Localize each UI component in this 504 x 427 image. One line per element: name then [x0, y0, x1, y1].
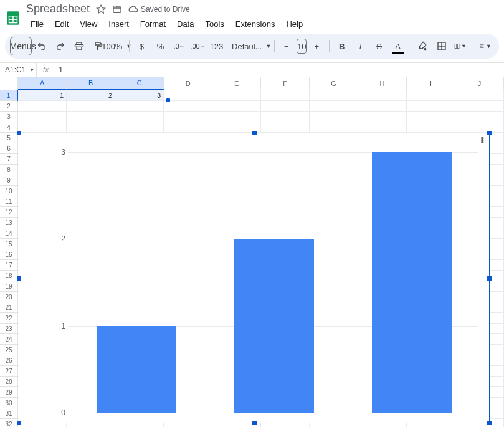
menu-view[interactable]: View [75, 17, 102, 31]
chart-menu-icon[interactable]: ••• [480, 137, 484, 143]
row-header-28[interactable]: 28 [0, 377, 18, 387]
menu-insert[interactable]: Insert [104, 17, 133, 31]
cell-H2[interactable] [358, 101, 407, 112]
menu-file[interactable]: File [26, 17, 48, 31]
cell-D1[interactable] [164, 90, 212, 101]
cell-A2[interactable] [18, 101, 67, 112]
row-header-31[interactable]: 31 [0, 408, 18, 419]
row-header-29[interactable]: 29 [0, 387, 18, 398]
cell-G2[interactable] [310, 101, 358, 112]
cell-C2[interactable] [115, 101, 164, 112]
cell-I1[interactable] [407, 90, 455, 101]
redo-button[interactable] [52, 37, 69, 55]
zoom-select[interactable]: 100%▼ [108, 37, 125, 55]
cell-A4[interactable] [18, 122, 67, 133]
row-header-24[interactable]: 24 [0, 334, 18, 345]
cell-J2[interactable] [455, 101, 504, 112]
move-icon[interactable] [112, 4, 122, 14]
star-icon[interactable] [96, 4, 106, 14]
cell-D2[interactable] [164, 101, 212, 112]
cell-E2[interactable] [212, 101, 261, 112]
cell-C4[interactable] [115, 122, 164, 133]
cell-C3[interactable] [115, 112, 164, 122]
row-header-10[interactable]: 10 [0, 186, 18, 196]
row-header-17[interactable]: 17 [0, 260, 18, 271]
print-button[interactable] [70, 37, 88, 55]
row-header-21[interactable]: 21 [0, 302, 18, 313]
row-header-13[interactable]: 13 [0, 218, 18, 228]
menu-tools[interactable]: Tools [201, 17, 228, 31]
formula-value[interactable]: 1 [55, 65, 63, 74]
italic-button[interactable]: I [352, 37, 369, 55]
row-header-16[interactable]: 16 [0, 249, 18, 260]
row-header-12[interactable]: 12 [0, 207, 18, 218]
borders-button[interactable] [433, 37, 450, 55]
row-header-8[interactable]: 8 [0, 165, 18, 175]
row-header-6[interactable]: 6 [0, 143, 18, 154]
col-header-B[interactable]: B [67, 77, 115, 90]
chart-bar[interactable] [372, 152, 452, 413]
doc-title[interactable]: Spreadsheet [26, 2, 90, 16]
cell-H3[interactable] [358, 112, 407, 122]
menu-data[interactable]: Data [173, 17, 198, 31]
row-header-1[interactable]: 1 [0, 90, 18, 101]
cell-H1[interactable] [358, 90, 407, 101]
menu-format[interactable]: Format [136, 17, 170, 31]
row-header-25[interactable]: 25 [0, 345, 18, 355]
chart-bar[interactable] [97, 326, 176, 413]
embedded-chart[interactable]: ••• 0123 [19, 133, 490, 423]
number-format-button[interactable]: 123 [207, 37, 225, 55]
row-header-3[interactable]: 3 [0, 112, 18, 122]
row-header-22[interactable]: 22 [0, 313, 18, 324]
fill-color-button[interactable] [414, 37, 432, 55]
percent-button[interactable]: % [151, 37, 169, 55]
row-header-32[interactable]: 32 [0, 419, 18, 427]
cell-G4[interactable] [310, 122, 358, 133]
col-header-G[interactable]: G [310, 77, 358, 90]
merge-button[interactable]: ▼ [452, 37, 469, 55]
cell-B2[interactable] [67, 101, 115, 112]
undo-button[interactable] [33, 37, 50, 55]
cell-B3[interactable] [67, 112, 115, 122]
cell-E1[interactable] [212, 90, 261, 101]
cell-B4[interactable] [67, 122, 115, 133]
cell-F3[interactable] [261, 112, 310, 122]
row-header-7[interactable]: 7 [0, 154, 18, 165]
cell-A1[interactable]: 1 [18, 90, 67, 101]
col-header-I[interactable]: I [407, 77, 455, 90]
decrease-font-button[interactable]: − [278, 37, 295, 55]
cell-J1[interactable] [455, 90, 504, 101]
row-header-19[interactable]: 19 [0, 281, 18, 292]
sheets-logo[interactable] [5, 7, 21, 29]
name-box[interactable]: A1:C1▼ [0, 65, 36, 74]
row-header-2[interactable]: 2 [0, 101, 18, 112]
font-select[interactable]: Defaul...▼ [233, 37, 270, 55]
row-header-18[interactable]: 18 [0, 271, 18, 281]
cell-F4[interactable] [261, 122, 310, 133]
cell-D3[interactable] [164, 112, 212, 122]
row-header-14[interactable]: 14 [0, 228, 18, 239]
menu-extensions[interactable]: Extensions [231, 17, 280, 31]
row-header-26[interactable]: 26 [0, 355, 18, 366]
row-header-20[interactable]: 20 [0, 292, 18, 302]
cell-I2[interactable] [407, 101, 455, 112]
col-header-H[interactable]: H [358, 77, 407, 90]
row-header-23[interactable]: 23 [0, 324, 18, 334]
bold-button[interactable]: B [333, 37, 351, 55]
increase-font-button[interactable]: + [308, 37, 325, 55]
cell-I3[interactable] [407, 112, 455, 122]
cell-G1[interactable] [310, 90, 358, 101]
col-header-J[interactable]: J [455, 77, 504, 90]
align-button[interactable]: ▼ [477, 37, 494, 55]
cell-F1[interactable] [261, 90, 310, 101]
select-all-corner[interactable] [0, 77, 18, 90]
cell-B1[interactable]: 2 [67, 90, 115, 101]
row-header-11[interactable]: 11 [0, 196, 18, 207]
row-header-30[interactable]: 30 [0, 398, 18, 408]
text-color-button[interactable]: A [389, 37, 407, 55]
spreadsheet-grid[interactable]: ABCDEFGHIJ 11232345678910111213141516171… [0, 77, 504, 427]
cell-F2[interactable] [261, 101, 310, 112]
row-header-4[interactable]: 4 [0, 122, 18, 133]
cell-H4[interactable] [358, 122, 407, 133]
menu-edit[interactable]: Edit [50, 17, 73, 31]
